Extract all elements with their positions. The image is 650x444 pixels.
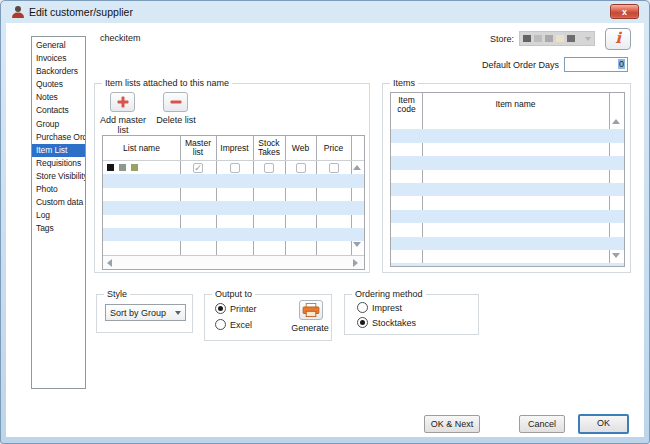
items-table-header: Item code Item name: [391, 93, 624, 116]
item-lists-rows: [103, 161, 364, 256]
col-imprest: Imprest: [216, 144, 253, 153]
redacted-block: [534, 35, 542, 42]
window-title: Edit customer/supplier: [29, 6, 133, 18]
chevron-down-icon: [585, 37, 591, 41]
table-row: [391, 156, 624, 169]
sidebar-item-group[interactable]: Group: [32, 118, 85, 131]
table-row: [391, 183, 624, 196]
output-group: Output to Printer Excel Generate: [204, 294, 332, 341]
stock-takes-checkbox[interactable]: [264, 163, 274, 173]
table-row: [103, 215, 364, 228]
list-color-chip: [119, 164, 126, 171]
table-row: [103, 228, 364, 241]
items-rows: [391, 116, 624, 266]
sidebar-item-store-visibility[interactable]: Store Visibility: [32, 170, 85, 183]
sidebar-item-custom-data[interactable]: Custom data: [32, 196, 85, 209]
radio-icon: [215, 303, 226, 314]
sidebar-item-quotes[interactable]: Quotes: [32, 78, 85, 91]
sidebar-item-backorders[interactable]: Backorders: [32, 65, 85, 78]
info-icon: i: [615, 29, 621, 47]
sidebar-item-general[interactable]: General: [32, 39, 85, 52]
list-color-chip: [107, 164, 114, 171]
scroll-down-icon[interactable]: [612, 253, 620, 258]
scroll-left-icon[interactable]: [107, 259, 112, 267]
ordering-method-group: Ordering method Imprest Stocktakes: [344, 294, 479, 335]
table-row: [391, 116, 624, 129]
sidebar-item-notes[interactable]: Notes: [32, 91, 85, 104]
user-icon: [11, 5, 25, 19]
cancel-button[interactable]: Cancel: [519, 415, 565, 433]
col-item-name: Item name: [422, 100, 609, 109]
ok-button[interactable]: OK: [578, 414, 629, 434]
imprest-checkbox[interactable]: [230, 163, 240, 173]
scroll-right-icon[interactable]: [353, 259, 358, 267]
table-row: [391, 170, 624, 183]
horizontal-scrollbar[interactable]: [103, 255, 364, 269]
master-list-checkbox[interactable]: [193, 163, 203, 173]
generate-label: Generate: [285, 323, 335, 333]
col-stock-takes: Stock Takes: [253, 139, 285, 157]
radio-icon: [357, 317, 368, 328]
table-row: [391, 210, 624, 223]
table-row: [391, 143, 624, 156]
generate-button[interactable]: [299, 300, 323, 320]
dialog-window: Edit customer/supplier x General Invoice…: [0, 0, 650, 444]
items-group: Items Item code Item name: [382, 83, 631, 273]
minus-icon: [170, 101, 181, 104]
item-lists-table-header: List name Master list Imprest Stock Take…: [103, 136, 364, 161]
customer-name: checkitem: [100, 33, 141, 43]
radio-icon: [215, 319, 226, 330]
scroll-down-icon[interactable]: [353, 242, 361, 247]
scroll-up-icon[interactable]: [353, 165, 361, 170]
price-checkbox[interactable]: [329, 163, 339, 173]
redacted-block: [545, 35, 553, 42]
items-group-title: Items: [390, 78, 418, 88]
imprest-radio-label: Imprest: [372, 303, 402, 313]
sort-dropdown[interactable]: Sort by Group: [105, 304, 186, 321]
title-bar: Edit customer/supplier x: [2, 1, 648, 23]
excel-radio[interactable]: Excel: [215, 319, 252, 330]
table-row: [103, 174, 364, 187]
info-button[interactable]: i: [605, 28, 631, 50]
imprest-radio[interactable]: Imprest: [357, 302, 402, 313]
plus-icon: [117, 101, 128, 104]
redacted-block: [523, 35, 531, 42]
delete-list-label: Delete list: [149, 115, 203, 125]
col-price: Price: [316, 144, 351, 153]
ok-next-button[interactable]: OK & Next: [424, 415, 480, 433]
printer-icon: [302, 303, 320, 317]
sidebar-item-invoices[interactable]: Invoices: [32, 52, 85, 65]
item-lists-table: List name Master list Imprest Stock Take…: [102, 135, 365, 270]
col-item-code: Item code: [391, 96, 422, 114]
col-master-list: Master list: [180, 139, 216, 157]
sidebar-item-item-list[interactable]: Item List: [32, 144, 85, 157]
delete-list-button[interactable]: [163, 92, 188, 112]
sidebar-item-photo[interactable]: Photo: [32, 183, 85, 196]
sidebar-item-tags[interactable]: Tags: [32, 222, 85, 235]
scroll-up-icon[interactable]: [612, 119, 620, 124]
stocktakes-radio[interactable]: Stocktakes: [357, 317, 416, 328]
table-row: [391, 223, 624, 236]
sidebar-item-contacts[interactable]: Contacts: [32, 104, 85, 117]
close-button[interactable]: x: [610, 4, 639, 19]
add-master-list-label: Add master list: [96, 115, 150, 135]
table-row[interactable]: [103, 161, 364, 174]
table-row: [103, 188, 364, 201]
table-row: [391, 263, 624, 266]
add-master-list-button[interactable]: [110, 92, 135, 112]
chevron-down-icon: [175, 311, 181, 315]
sort-dropdown-value: Sort by Group: [110, 308, 166, 318]
table-row: [391, 237, 624, 250]
printer-radio[interactable]: Printer: [215, 303, 257, 314]
sidebar-item-purchase-orders[interactable]: Purchase Orders: [32, 131, 85, 144]
sidebar-item-requisitions[interactable]: Requisitions: [32, 157, 85, 170]
style-group: Style Sort by Group: [96, 294, 193, 333]
sidebar-item-log[interactable]: Log: [32, 209, 85, 222]
default-order-days-input[interactable]: 0: [564, 57, 628, 72]
table-row: [103, 241, 364, 254]
web-checkbox[interactable]: [296, 163, 306, 173]
default-order-days-label: Default Order Days: [434, 60, 559, 70]
store-select[interactable]: [519, 31, 595, 46]
col-web: Web: [285, 144, 316, 153]
excel-radio-label: Excel: [230, 320, 252, 330]
